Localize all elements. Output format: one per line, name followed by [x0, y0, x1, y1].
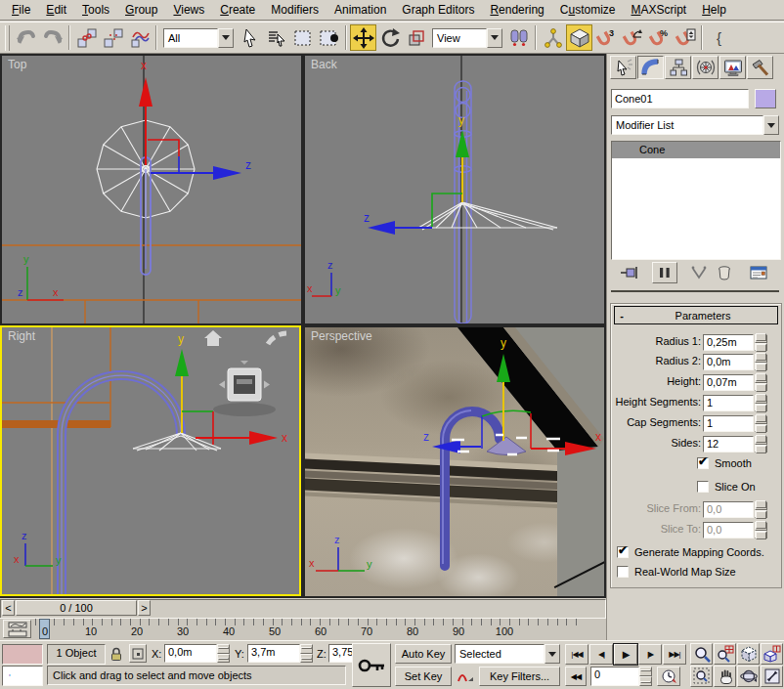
angle-snap-icon[interactable] [619, 24, 645, 51]
modifier-list-dropdown[interactable]: Modifier List [611, 115, 779, 135]
menu-views[interactable]: Views [165, 1, 212, 19]
min-max-toggle-button[interactable] [761, 666, 783, 687]
select-and-link-icon[interactable] [73, 24, 100, 51]
menu-graph-editors[interactable]: Graph Editors [394, 1, 482, 19]
viewport-right[interactable]: Right [0, 325, 301, 596]
default-tangent-icon[interactable] [455, 667, 476, 686]
object-name-field[interactable]: Cone01 [611, 89, 749, 108]
time-slider-handle[interactable]: 0 / 100 [16, 600, 137, 616]
auto-key-button[interactable]: Auto Key [395, 644, 452, 664]
param-field[interactable]: 0,0m [703, 354, 754, 370]
absolute-offset-toggle[interactable] [129, 644, 147, 663]
reference-coordinate-arrow-icon[interactable] [487, 28, 502, 48]
track-bar[interactable]: 0 10 20 30 40 50 60 70 80 90 100 [0, 618, 606, 640]
menu-tools[interactable]: Tools [74, 1, 117, 19]
selection-lock-toggle[interactable] [108, 644, 125, 663]
mini-curve-editor-button[interactable] [3, 620, 31, 638]
param-spinner[interactable] [755, 354, 767, 370]
viewcube[interactable] [213, 361, 276, 416]
menu-modifiers[interactable]: Modifiers [263, 1, 327, 19]
next-frame-button[interactable]: |▶ [638, 644, 662, 665]
arc-rotate-button[interactable] [737, 666, 760, 687]
remove-modifier-button[interactable] [713, 263, 736, 282]
slice-on-checkbox[interactable] [697, 481, 709, 493]
key-filters-button[interactable]: Key Filters... [479, 667, 560, 686]
param-spinner[interactable] [755, 334, 767, 351]
maxscript-mini-listener-macro[interactable] [2, 644, 43, 665]
rectangular-selection-region-icon[interactable] [289, 24, 316, 51]
viewport-top[interactable]: Top [2, 56, 301, 323]
menu-maxscript[interactable]: MAXScript [624, 1, 695, 19]
param-field[interactable]: 0,25m [703, 334, 754, 351]
zoom-button[interactable] [690, 643, 713, 665]
time-slider-prev-button[interactable]: < [2, 600, 15, 616]
viewport-back-canvas[interactable]: y z z x y [305, 56, 604, 323]
viewcube-home-icon[interactable] [204, 330, 222, 346]
bind-to-spacewarp-icon[interactable] [126, 24, 152, 51]
previous-frame-button[interactable]: ◀| [589, 644, 613, 665]
pin-stack-button[interactable] [617, 263, 642, 282]
time-slider-next-button[interactable]: > [138, 600, 151, 616]
time-configuration-button[interactable] [657, 667, 680, 686]
show-end-result-button[interactable] [652, 262, 677, 283]
redo-icon[interactable] [39, 24, 65, 51]
menu-help[interactable]: Help [694, 1, 734, 19]
pan-button[interactable] [714, 666, 736, 687]
key-mode-toggle[interactable]: ◀◀ [565, 667, 587, 686]
param-spinner[interactable] [755, 415, 767, 432]
viewport-back[interactable]: Back [305, 56, 604, 323]
toolbar-drag-handle[interactable] [5, 25, 10, 51]
zoom-extents-all-button[interactable] [761, 643, 783, 665]
select-and-move-icon[interactable] [350, 24, 376, 51]
tab-create[interactable] [610, 56, 636, 79]
modifier-list-arrow-icon[interactable] [763, 115, 779, 135]
window-crossing-icon[interactable] [316, 24, 342, 51]
current-frame-field[interactable]: 0 [590, 667, 639, 686]
menu-group[interactable]: Group [117, 1, 165, 19]
rollout-collapse-icon[interactable]: - [615, 310, 629, 322]
selection-filter-dropdown[interactable]: All [163, 28, 234, 48]
play-button[interactable]: ▶ [614, 644, 637, 665]
viewport-right-canvas[interactable]: y x z y x [2, 327, 299, 594]
configure-modifier-sets-button[interactable] [746, 263, 771, 282]
set-keys-button[interactable] [352, 643, 391, 687]
viewport-perspective-label[interactable]: Perspective [311, 329, 372, 343]
y-coordinate-field[interactable]: 3,7m [247, 644, 300, 663]
modifier-stack[interactable]: Cone [611, 141, 781, 260]
go-to-end-button[interactable]: ▶▶| [663, 644, 686, 665]
viewport-back-label[interactable]: Back [311, 58, 337, 71]
set-key-button[interactable]: Set Key [395, 667, 452, 686]
named-selection-sets-icon[interactable]: { [706, 24, 732, 51]
menu-animation[interactable]: Animation [327, 1, 394, 19]
zoom-extents-button[interactable] [737, 643, 760, 665]
selection-filter-arrow-icon[interactable] [218, 28, 234, 48]
undo-icon[interactable] [13, 24, 39, 51]
region-zoom-button[interactable] [690, 666, 713, 687]
param-field[interactable]: 1 [703, 415, 754, 432]
tab-motion[interactable] [692, 56, 719, 79]
modifier-stack-item-cone[interactable]: Cone [612, 142, 780, 158]
menu-rendering[interactable]: Rendering [482, 1, 551, 19]
menu-create[interactable]: Create [212, 1, 263, 19]
use-pivot-point-center-icon[interactable] [505, 24, 532, 51]
select-by-name-icon[interactable] [263, 24, 289, 51]
tab-utilities[interactable] [747, 56, 773, 79]
percent-snap-icon[interactable]: % [645, 24, 672, 51]
go-to-start-button[interactable]: |◀◀ [565, 644, 588, 665]
menu-customize[interactable]: Customize [552, 1, 624, 19]
make-unique-button[interactable] [687, 263, 711, 282]
reference-coordinate-dropdown[interactable]: View [432, 28, 502, 48]
snap-3d-icon[interactable]: 3 [592, 24, 619, 51]
tab-display[interactable] [719, 56, 746, 79]
param-field[interactable]: 1 [703, 395, 754, 411]
tab-modify[interactable] [637, 56, 664, 79]
viewport-perspective[interactable]: Perspective y [305, 327, 604, 596]
select-and-manipulate-icon[interactable] [540, 24, 566, 51]
unlink-selection-icon[interactable] [100, 24, 126, 51]
x-coordinate-field[interactable]: 0,0m [164, 644, 217, 663]
param-spinner[interactable] [755, 395, 767, 411]
param-field[interactable]: 12 [703, 436, 754, 452]
key-selection-dropdown[interactable]: Selected [455, 644, 560, 664]
select-and-scale-icon[interactable] [403, 24, 429, 51]
viewcube-roll-arrow-icon[interactable] [268, 333, 286, 344]
